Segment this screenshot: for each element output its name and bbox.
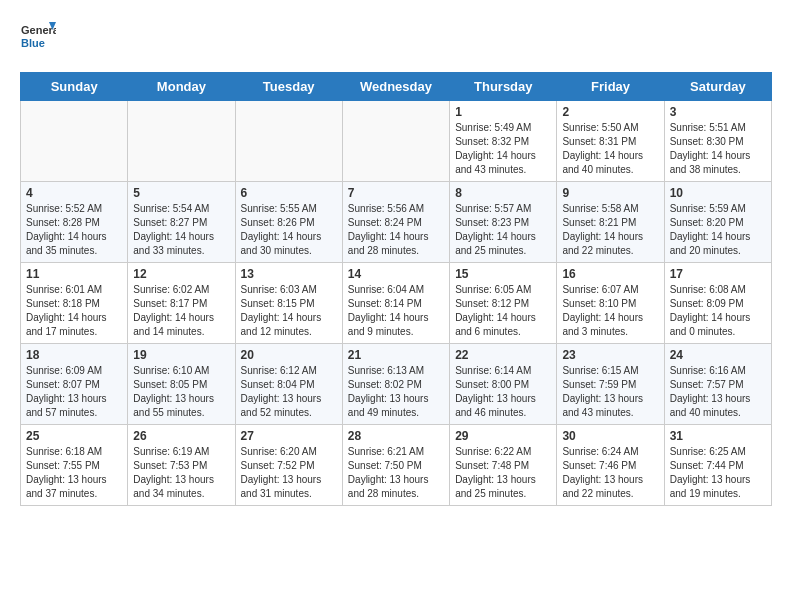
day-info: Sunrise: 6:14 AM Sunset: 8:00 PM Dayligh… bbox=[455, 364, 551, 420]
calendar-cell: 10Sunrise: 5:59 AM Sunset: 8:20 PM Dayli… bbox=[664, 182, 771, 263]
day-info: Sunrise: 6:10 AM Sunset: 8:05 PM Dayligh… bbox=[133, 364, 229, 420]
day-number: 5 bbox=[133, 186, 229, 200]
calendar-cell: 7Sunrise: 5:56 AM Sunset: 8:24 PM Daylig… bbox=[342, 182, 449, 263]
day-number: 4 bbox=[26, 186, 122, 200]
day-info: Sunrise: 6:02 AM Sunset: 8:17 PM Dayligh… bbox=[133, 283, 229, 339]
weekday-header-tuesday: Tuesday bbox=[235, 73, 342, 101]
weekday-header-wednesday: Wednesday bbox=[342, 73, 449, 101]
calendar-cell: 2Sunrise: 5:50 AM Sunset: 8:31 PM Daylig… bbox=[557, 101, 664, 182]
day-info: Sunrise: 6:09 AM Sunset: 8:07 PM Dayligh… bbox=[26, 364, 122, 420]
calendar-cell: 18Sunrise: 6:09 AM Sunset: 8:07 PM Dayli… bbox=[21, 344, 128, 425]
day-info: Sunrise: 6:05 AM Sunset: 8:12 PM Dayligh… bbox=[455, 283, 551, 339]
calendar-cell: 9Sunrise: 5:58 AM Sunset: 8:21 PM Daylig… bbox=[557, 182, 664, 263]
day-info: Sunrise: 5:59 AM Sunset: 8:20 PM Dayligh… bbox=[670, 202, 766, 258]
calendar-week-row: 18Sunrise: 6:09 AM Sunset: 8:07 PM Dayli… bbox=[21, 344, 772, 425]
day-info: Sunrise: 5:55 AM Sunset: 8:26 PM Dayligh… bbox=[241, 202, 337, 258]
calendar-cell: 1Sunrise: 5:49 AM Sunset: 8:32 PM Daylig… bbox=[450, 101, 557, 182]
day-number: 28 bbox=[348, 429, 444, 443]
day-info: Sunrise: 5:54 AM Sunset: 8:27 PM Dayligh… bbox=[133, 202, 229, 258]
day-info: Sunrise: 6:22 AM Sunset: 7:48 PM Dayligh… bbox=[455, 445, 551, 501]
day-number: 31 bbox=[670, 429, 766, 443]
day-number: 23 bbox=[562, 348, 658, 362]
calendar-cell: 27Sunrise: 6:20 AM Sunset: 7:52 PM Dayli… bbox=[235, 425, 342, 506]
logo-icon-wrapper: General Blue bbox=[20, 20, 56, 56]
calendar-cell bbox=[342, 101, 449, 182]
calendar-cell: 24Sunrise: 6:16 AM Sunset: 7:57 PM Dayli… bbox=[664, 344, 771, 425]
calendar-week-row: 1Sunrise: 5:49 AM Sunset: 8:32 PM Daylig… bbox=[21, 101, 772, 182]
day-info: Sunrise: 6:21 AM Sunset: 7:50 PM Dayligh… bbox=[348, 445, 444, 501]
day-number: 24 bbox=[670, 348, 766, 362]
day-info: Sunrise: 6:15 AM Sunset: 7:59 PM Dayligh… bbox=[562, 364, 658, 420]
day-number: 27 bbox=[241, 429, 337, 443]
calendar-cell: 26Sunrise: 6:19 AM Sunset: 7:53 PM Dayli… bbox=[128, 425, 235, 506]
day-number: 21 bbox=[348, 348, 444, 362]
day-info: Sunrise: 6:24 AM Sunset: 7:46 PM Dayligh… bbox=[562, 445, 658, 501]
day-info: Sunrise: 6:25 AM Sunset: 7:44 PM Dayligh… bbox=[670, 445, 766, 501]
day-info: Sunrise: 5:57 AM Sunset: 8:23 PM Dayligh… bbox=[455, 202, 551, 258]
day-number: 20 bbox=[241, 348, 337, 362]
day-info: Sunrise: 5:56 AM Sunset: 8:24 PM Dayligh… bbox=[348, 202, 444, 258]
day-info: Sunrise: 6:03 AM Sunset: 8:15 PM Dayligh… bbox=[241, 283, 337, 339]
weekday-header-sunday: Sunday bbox=[21, 73, 128, 101]
day-number: 17 bbox=[670, 267, 766, 281]
day-info: Sunrise: 5:58 AM Sunset: 8:21 PM Dayligh… bbox=[562, 202, 658, 258]
weekday-header-monday: Monday bbox=[128, 73, 235, 101]
calendar-cell: 6Sunrise: 5:55 AM Sunset: 8:26 PM Daylig… bbox=[235, 182, 342, 263]
day-info: Sunrise: 6:13 AM Sunset: 8:02 PM Dayligh… bbox=[348, 364, 444, 420]
calendar-cell: 14Sunrise: 6:04 AM Sunset: 8:14 PM Dayli… bbox=[342, 263, 449, 344]
calendar-cell: 30Sunrise: 6:24 AM Sunset: 7:46 PM Dayli… bbox=[557, 425, 664, 506]
day-number: 6 bbox=[241, 186, 337, 200]
calendar-cell: 19Sunrise: 6:10 AM Sunset: 8:05 PM Dayli… bbox=[128, 344, 235, 425]
calendar-cell: 13Sunrise: 6:03 AM Sunset: 8:15 PM Dayli… bbox=[235, 263, 342, 344]
day-info: Sunrise: 6:20 AM Sunset: 7:52 PM Dayligh… bbox=[241, 445, 337, 501]
calendar-cell: 20Sunrise: 6:12 AM Sunset: 8:04 PM Dayli… bbox=[235, 344, 342, 425]
day-number: 7 bbox=[348, 186, 444, 200]
calendar-cell: 29Sunrise: 6:22 AM Sunset: 7:48 PM Dayli… bbox=[450, 425, 557, 506]
svg-text:Blue: Blue bbox=[21, 37, 45, 49]
day-number: 11 bbox=[26, 267, 122, 281]
calendar-cell: 4Sunrise: 5:52 AM Sunset: 8:28 PM Daylig… bbox=[21, 182, 128, 263]
day-info: Sunrise: 6:07 AM Sunset: 8:10 PM Dayligh… bbox=[562, 283, 658, 339]
calendar-cell: 21Sunrise: 6:13 AM Sunset: 8:02 PM Dayli… bbox=[342, 344, 449, 425]
day-number: 13 bbox=[241, 267, 337, 281]
day-info: Sunrise: 5:50 AM Sunset: 8:31 PM Dayligh… bbox=[562, 121, 658, 177]
day-info: Sunrise: 6:18 AM Sunset: 7:55 PM Dayligh… bbox=[26, 445, 122, 501]
calendar-cell bbox=[235, 101, 342, 182]
calendar-cell: 16Sunrise: 6:07 AM Sunset: 8:10 PM Dayli… bbox=[557, 263, 664, 344]
calendar-cell: 11Sunrise: 6:01 AM Sunset: 8:18 PM Dayli… bbox=[21, 263, 128, 344]
day-info: Sunrise: 5:52 AM Sunset: 8:28 PM Dayligh… bbox=[26, 202, 122, 258]
day-info: Sunrise: 5:49 AM Sunset: 8:32 PM Dayligh… bbox=[455, 121, 551, 177]
calendar-cell: 17Sunrise: 6:08 AM Sunset: 8:09 PM Dayli… bbox=[664, 263, 771, 344]
logo-svg: General Blue bbox=[20, 20, 56, 56]
day-number: 16 bbox=[562, 267, 658, 281]
day-number: 25 bbox=[26, 429, 122, 443]
calendar-cell: 31Sunrise: 6:25 AM Sunset: 7:44 PM Dayli… bbox=[664, 425, 771, 506]
day-info: Sunrise: 6:01 AM Sunset: 8:18 PM Dayligh… bbox=[26, 283, 122, 339]
logo-container: General Blue bbox=[20, 20, 56, 56]
calendar-cell: 12Sunrise: 6:02 AM Sunset: 8:17 PM Dayli… bbox=[128, 263, 235, 344]
calendar-cell: 28Sunrise: 6:21 AM Sunset: 7:50 PM Dayli… bbox=[342, 425, 449, 506]
day-number: 30 bbox=[562, 429, 658, 443]
calendar-cell: 3Sunrise: 5:51 AM Sunset: 8:30 PM Daylig… bbox=[664, 101, 771, 182]
calendar-cell bbox=[128, 101, 235, 182]
weekday-header-saturday: Saturday bbox=[664, 73, 771, 101]
day-number: 2 bbox=[562, 105, 658, 119]
day-number: 1 bbox=[455, 105, 551, 119]
calendar-cell bbox=[21, 101, 128, 182]
page-header: General Blue bbox=[20, 20, 772, 56]
logo: General Blue bbox=[20, 20, 56, 56]
calendar-cell: 23Sunrise: 6:15 AM Sunset: 7:59 PM Dayli… bbox=[557, 344, 664, 425]
day-info: Sunrise: 6:12 AM Sunset: 8:04 PM Dayligh… bbox=[241, 364, 337, 420]
day-info: Sunrise: 5:51 AM Sunset: 8:30 PM Dayligh… bbox=[670, 121, 766, 177]
day-number: 12 bbox=[133, 267, 229, 281]
day-number: 26 bbox=[133, 429, 229, 443]
weekday-header-thursday: Thursday bbox=[450, 73, 557, 101]
day-number: 3 bbox=[670, 105, 766, 119]
calendar-table: SundayMondayTuesdayWednesdayThursdayFrid… bbox=[20, 72, 772, 506]
day-number: 14 bbox=[348, 267, 444, 281]
day-number: 29 bbox=[455, 429, 551, 443]
calendar-cell: 8Sunrise: 5:57 AM Sunset: 8:23 PM Daylig… bbox=[450, 182, 557, 263]
day-info: Sunrise: 6:16 AM Sunset: 7:57 PM Dayligh… bbox=[670, 364, 766, 420]
weekday-header-row: SundayMondayTuesdayWednesdayThursdayFrid… bbox=[21, 73, 772, 101]
weekday-header-friday: Friday bbox=[557, 73, 664, 101]
